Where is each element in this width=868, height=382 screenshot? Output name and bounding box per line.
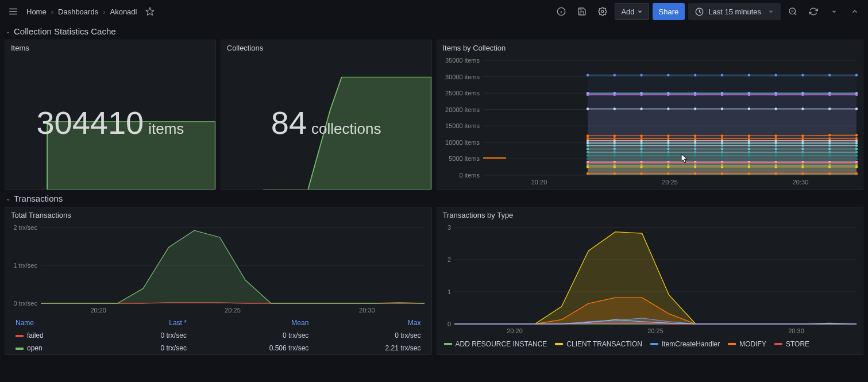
svg-text:20000 items: 20000 items: [445, 106, 480, 113]
svg-point-77: [828, 134, 831, 136]
svg-point-73: [720, 134, 723, 137]
svg-point-154: [828, 155, 831, 157]
svg-point-145: [586, 155, 588, 157]
col-last[interactable]: Last *: [104, 317, 190, 329]
svg-point-144: [855, 151, 857, 153]
panel-collections[interactable]: Collections 84 collections: [221, 40, 432, 190]
save-icon[interactable]: [573, 3, 591, 20]
svg-point-84: [720, 137, 723, 140]
breadcrumb-dashboards[interactable]: Dashboards: [58, 7, 98, 16]
svg-point-51: [720, 94, 723, 96]
svg-point-218: [774, 172, 777, 175]
row-title: Transactions: [14, 194, 63, 203]
breadcrumb-home[interactable]: Home: [26, 7, 47, 16]
svg-marker-0: [146, 7, 154, 15]
svg-point-90: [586, 140, 588, 142]
svg-point-202: [640, 166, 642, 168]
legend-item[interactable]: MODIFY: [728, 340, 766, 348]
svg-point-201: [613, 166, 615, 168]
breadcrumb-separator: ›: [51, 7, 53, 16]
svg-point-80: [613, 137, 615, 140]
svg-point-139: [720, 151, 723, 153]
svg-text:25000 items: 25000 items: [445, 90, 480, 97]
svg-point-70: [640, 134, 642, 137]
svg-point-209: [828, 166, 831, 168]
svg-point-62: [720, 107, 723, 110]
panel-title: Collections: [221, 40, 431, 56]
svg-text:0 trx/sec: 0 trx/sec: [13, 300, 37, 307]
chevron-down-icon: ⌄: [6, 195, 10, 202]
svg-point-105: [694, 142, 696, 144]
svg-point-103: [640, 142, 642, 144]
svg-point-148: [667, 155, 669, 157]
svg-point-27: [667, 74, 669, 76]
settings-icon[interactable]: [594, 3, 611, 20]
legend-item[interactable]: ItemCreateHandler: [650, 340, 720, 348]
zoom-out-icon[interactable]: [784, 3, 801, 20]
collapse-icon[interactable]: [846, 3, 863, 20]
svg-point-114: [640, 144, 642, 146]
panel-items[interactable]: Items 304410 items: [5, 40, 216, 190]
svg-point-32: [801, 74, 804, 76]
col-max[interactable]: Max: [313, 317, 424, 329]
row-header-transactions[interactable]: ⌄ Transactions: [0, 190, 868, 207]
star-icon[interactable]: [141, 3, 159, 20]
add-button[interactable]: Add: [615, 3, 649, 20]
svg-point-50: [694, 94, 696, 96]
refresh-dropdown-icon[interactable]: [825, 3, 843, 20]
legend-horizontal: ADD RESOURCE INSTANCECLIENT TRANSACTIONI…: [437, 337, 863, 355]
svg-point-104: [667, 142, 669, 144]
panel-total-transactions[interactable]: Total Transactions 0 trx/sec1 trx/sec2 t…: [5, 207, 432, 355]
svg-point-91: [613, 140, 615, 142]
time-range-button[interactable]: Last 15 minutes: [688, 3, 781, 20]
chevron-down-icon: ⌄: [6, 28, 10, 34]
transactions-by-type-chart: 012320:2020:2520:30: [437, 223, 862, 337]
svg-point-204: [694, 166, 696, 168]
info-icon[interactable]: [553, 3, 570, 20]
svg-point-95: [720, 140, 723, 142]
svg-point-59: [640, 107, 642, 110]
top-toolbar: Home › Dashboards › Akonadi Add Share La…: [0, 0, 868, 23]
refresh-icon[interactable]: [805, 3, 822, 20]
share-button[interactable]: Share: [653, 3, 685, 20]
row-header-stats[interactable]: ⌄ Collection Statistics Cache: [0, 23, 868, 40]
svg-point-2: [601, 10, 604, 13]
svg-text:15000 items: 15000 items: [445, 122, 480, 129]
svg-point-151: [747, 155, 750, 157]
panel-items-by-collection[interactable]: Items by Collection 0 items5000 items100…: [437, 40, 864, 190]
legend-item[interactable]: STORE: [774, 340, 809, 348]
svg-point-220: [828, 172, 831, 175]
svg-point-165: [828, 157, 831, 160]
svg-point-100: [855, 140, 857, 142]
items-by-collection-chart: 0 items5000 items10000 items15000 items2…: [437, 56, 862, 188]
panel-title: Items: [5, 40, 215, 56]
svg-point-56: [855, 94, 857, 96]
col-name[interactable]: Name: [12, 317, 103, 329]
svg-point-52: [747, 94, 750, 96]
svg-point-88: [828, 137, 831, 140]
svg-point-78: [855, 134, 857, 136]
menu-icon[interactable]: [5, 3, 22, 20]
svg-point-69: [613, 134, 615, 137]
svg-text:1: 1: [447, 288, 450, 295]
table-row[interactable]: failed0 trx/sec0 trx/sec0 trx/sec: [12, 330, 425, 341]
svg-point-217: [747, 172, 750, 175]
svg-point-101: [586, 142, 588, 144]
svg-point-79: [586, 137, 588, 140]
col-mean[interactable]: Mean: [191, 317, 312, 329]
table-row[interactable]: open0 trx/sec0.506 trx/sec2.21 trx/sec: [12, 342, 425, 354]
legend-item[interactable]: ADD RESOURCE INSTANCE: [444, 340, 547, 348]
svg-point-58: [613, 107, 615, 110]
legend-item[interactable]: CLIENT TRANSACTION: [555, 340, 642, 348]
svg-point-28: [694, 74, 696, 76]
svg-point-119: [774, 144, 777, 146]
panel-transactions-by-type[interactable]: Transactions by Type 012320:2020:2520:30…: [437, 207, 864, 355]
svg-point-81: [640, 137, 642, 140]
svg-point-72: [694, 134, 696, 137]
svg-text:20:25: 20:25: [662, 179, 678, 186]
svg-point-82: [667, 137, 669, 140]
svg-point-125: [640, 148, 642, 150]
svg-point-128: [720, 148, 723, 150]
svg-point-102: [613, 142, 615, 144]
svg-point-54: [801, 94, 804, 96]
